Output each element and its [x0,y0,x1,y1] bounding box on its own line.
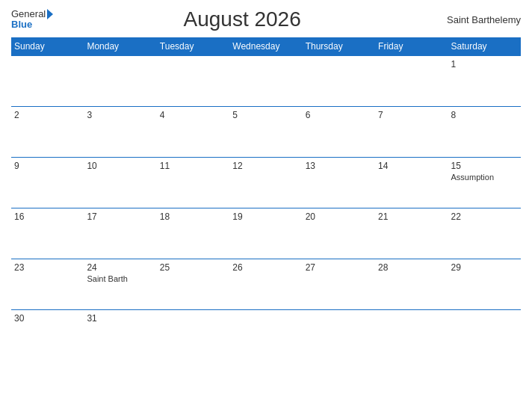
calendar-row: 1 [11,56,521,107]
calendar-cell: 12 [229,158,302,208]
day-number: 11 [160,161,226,171]
day-number: 18 [160,211,226,222]
calendar-cell: 31 [84,310,156,361]
calendar-cell: 3 [84,107,156,158]
calendar-cell: 2 [11,107,84,158]
calendar-row: 9101112131415Assumption [11,158,521,208]
calendar-cell: 8 [448,107,521,158]
calendar-cell: 6 [303,107,375,158]
day-number: 17 [87,211,153,222]
calendar-cell [229,56,302,107]
day-number: 1 [451,59,518,69]
day-number: 3 [87,110,153,120]
day-number: 31 [87,313,153,324]
day-number: 23 [14,262,81,273]
col-sunday: Sunday [11,37,84,56]
month-title: August 2026 [53,7,431,31]
calendar-cell: 26 [229,259,302,310]
calendar-cell: 29 [448,259,521,310]
day-number: 10 [87,161,153,171]
calendar-cell: 14 [375,158,448,208]
calendar-table: Sunday Monday Tuesday Wednesday Thursday… [11,37,521,361]
col-wednesday: Wednesday [229,37,302,56]
day-number: 20 [306,211,372,222]
col-saturday: Saturday [448,37,521,56]
calendar-cell [84,56,156,107]
calendar-cell: 22 [448,208,521,259]
logo-blue-text: Blue [11,19,32,30]
col-friday: Friday [375,37,448,56]
calendar-cell: 24Saint Barth [84,259,156,310]
calendar-cell [375,56,448,107]
calendar-cell: 4 [157,107,229,158]
col-tuesday: Tuesday [157,37,229,56]
day-number: 27 [306,262,372,273]
calendar-cell: 21 [375,208,448,259]
calendar-cell: 11 [157,158,229,208]
day-number: 25 [160,262,226,273]
calendar-cell [11,56,84,107]
calendar-cell: 20 [303,208,375,259]
calendar-cell: 27 [303,259,375,310]
calendar-cell: 1 [448,56,521,107]
day-number: 24 [87,262,153,273]
day-number: 22 [451,211,518,222]
day-number: 4 [160,110,226,120]
calendar-cell: 13 [303,158,375,208]
day-number: 19 [232,211,299,222]
day-number: 30 [14,313,81,324]
event-label: Saint Barth [87,274,153,283]
calendar-cell: 16 [11,208,84,259]
calendar-cell: 5 [229,107,302,158]
calendar-header: General Blue August 2026 Saint Barthelem… [11,7,521,31]
col-monday: Monday [84,37,156,56]
calendar-cell [375,310,448,361]
calendar-row: 2324Saint Barth2526272829 [11,259,521,310]
day-number: 15 [451,161,518,171]
col-thursday: Thursday [303,37,375,56]
calendar-cell: 25 [157,259,229,310]
logo-general-text: General [11,9,46,19]
day-number: 14 [378,161,445,171]
calendar-row: 2345678 [11,107,521,158]
event-label: Assumption [451,173,518,182]
calendar-cell: 17 [84,208,156,259]
day-number: 5 [232,110,299,120]
calendar-row: 3031 [11,310,521,361]
day-number: 2 [14,110,81,120]
calendar-cell: 7 [375,107,448,158]
weekday-header-row: Sunday Monday Tuesday Wednesday Thursday… [11,37,521,56]
day-number: 13 [306,161,372,171]
calendar-cell: 10 [84,158,156,208]
calendar-cell: 15Assumption [448,158,521,208]
day-number: 21 [378,211,445,222]
day-number: 6 [306,110,372,120]
logo: General Blue [11,9,53,31]
logo-triangle-icon [47,9,53,19]
day-number: 7 [378,110,445,120]
day-number: 9 [14,161,81,171]
day-number: 12 [232,161,299,171]
calendar-cell [157,56,229,107]
day-number: 28 [378,262,445,273]
day-number: 16 [14,211,81,222]
calendar-cell: 19 [229,208,302,259]
calendar-cell [303,310,375,361]
day-number: 29 [451,262,518,273]
calendar-cell: 30 [11,310,84,361]
calendar-cell: 28 [375,259,448,310]
calendar-row: 16171819202122 [11,208,521,259]
calendar-cell [229,310,302,361]
calendar-cell [303,56,375,107]
day-number: 8 [451,110,518,120]
region-label: Saint Barthelemy [431,14,521,25]
calendar-cell: 23 [11,259,84,310]
calendar-cell: 9 [11,158,84,208]
calendar-cell [157,310,229,361]
day-number: 26 [232,262,299,273]
calendar-cell [448,310,521,361]
calendar-cell: 18 [157,208,229,259]
calendar-container: General Blue August 2026 Saint Barthelem… [0,0,532,411]
